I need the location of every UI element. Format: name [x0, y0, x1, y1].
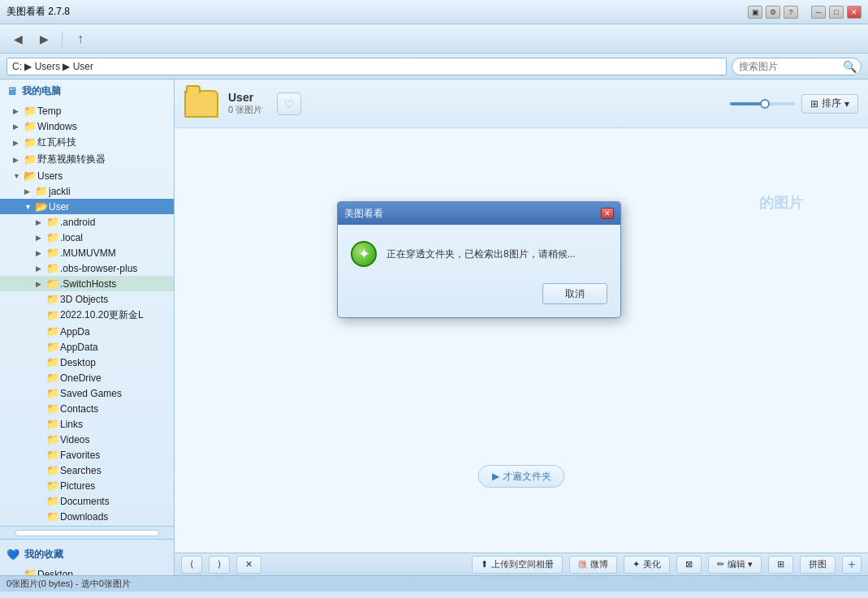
- sidebar-item-label: .local: [60, 232, 83, 243]
- sidebar-item-3dobjects[interactable]: 📁 3D Objects: [0, 291, 174, 307]
- sidebar-item-documents[interactable]: 📁 Documents: [0, 493, 174, 509]
- sidebar-item-users[interactable]: ▼ 📂 Users: [0, 168, 174, 183]
- sidebar-item-android[interactable]: ▶ 📁 .android: [0, 214, 174, 230]
- sidebar-item-appda[interactable]: 📁 AppDa: [0, 324, 174, 339]
- arrow-icon: ▶: [13, 156, 23, 164]
- sidebar-item-savedgames[interactable]: 📁 Saved Games: [0, 385, 174, 401]
- toolbar-separator-1: [62, 31, 63, 47]
- back-button[interactable]: ◀: [6, 28, 29, 49]
- folder-icon: 📁: [45, 510, 60, 523]
- tray-button[interactable]: ▣: [748, 6, 762, 19]
- sidebar: 🖥 我的电脑 ▶ 📁 Temp ▶ 📁 Windows ▶ 📁 红瓦科技 ▶: [0, 80, 175, 575]
- arrow-icon: ▶: [36, 265, 45, 273]
- folder-icon: 📁: [45, 356, 60, 368]
- sidebar-item-update[interactable]: 📁 2022.10.20更新金L: [0, 307, 174, 324]
- sidebar-item-label: Temp: [37, 105, 61, 117]
- folder-icon: 📁: [45, 231, 60, 243]
- sidebar-item-label: 红瓦科技: [37, 136, 76, 149]
- status-bar: 0张图片(0 bytes) - 选中0张图片: [0, 575, 868, 592]
- sidebar-item-label: .MUMUVMM: [60, 247, 116, 259]
- my-favorites-header[interactable]: 💙 我的收藏: [0, 543, 174, 566]
- folder-icon: 📁: [45, 433, 60, 445]
- folder-icon: 📁: [45, 293, 60, 305]
- folder-icon: 📁: [23, 105, 37, 117]
- sidebar-item-contacts[interactable]: 📁 Contacts: [0, 401, 174, 416]
- sidebar-item-label: Documents: [60, 496, 110, 507]
- sidebar-item-label: AppDa: [60, 326, 90, 338]
- sidebar-item-label: AppData: [60, 342, 98, 353]
- sidebar-item-mumuvmm[interactable]: ▶ 📁 .MUMUVMM: [0, 245, 174, 260]
- sidebar-item-label: User: [49, 201, 69, 213]
- title-bar: 美图看看 2.7.8 ▣ ⚙ ? ─ □ ✕: [0, 0, 868, 24]
- sidebar-item-videos[interactable]: 📁 Videos: [0, 432, 174, 447]
- search-button[interactable]: 🔍: [843, 60, 857, 73]
- folder-icon: 📁: [45, 262, 60, 274]
- sidebar-item-label: Saved Games: [60, 388, 122, 399]
- sidebar-scroll[interactable]: ▶ 📁 Temp ▶ 📁 Windows ▶ 📁 红瓦科技 ▶ 📁 野葱视频转换…: [0, 103, 174, 526]
- folder-icon: 📁: [45, 495, 60, 507]
- address-input[interactable]: [6, 58, 727, 75]
- folder-icon: 📁: [45, 325, 60, 338]
- sidebar-item-favorites[interactable]: 📁 Favorites: [0, 447, 174, 462]
- sidebar-item-label: Windows: [37, 121, 77, 132]
- sidebar-item-switchhosts[interactable]: ▶ 📁 .SwitchHosts: [0, 276, 174, 291]
- folder-icon: 📁: [45, 277, 60, 290]
- settings-button[interactable]: ⚙: [766, 6, 780, 19]
- modal-overlay: 美图看看 ✕ ✦ 正在穿透文件夹，已检索出8图片，请稍候... 取消: [175, 80, 868, 575]
- folder-icon: 📁: [45, 418, 60, 430]
- sidebar-item-desktop[interactable]: 📁 Desktop: [0, 355, 174, 370]
- sidebar-item-windows[interactable]: ▶ 📁 Windows: [0, 118, 174, 134]
- sidebar-item-label: Downloads: [60, 511, 108, 523]
- sidebar-item-pictures[interactable]: 📁 Pictures: [0, 478, 174, 493]
- sidebar-item-desktop-fav[interactable]: 📁 Desktop: [0, 566, 174, 575]
- folder-icon: 📁: [45, 216, 60, 228]
- minimize-button[interactable]: ─: [811, 6, 826, 19]
- close-button[interactable]: ✕: [847, 6, 862, 19]
- folder-icon: 📁: [23, 568, 37, 575]
- modal-progress-icon: ✦: [351, 241, 377, 267]
- sidebar-item-jackli[interactable]: ▶ 📁 jackli: [0, 183, 174, 199]
- arrow-icon: ▶: [13, 107, 23, 115]
- folder-icon: 📂: [23, 170, 37, 182]
- main-layout: 🖥 我的电脑 ▶ 📁 Temp ▶ 📁 Windows ▶ 📁 红瓦科技 ▶: [0, 80, 868, 575]
- folder-icon: 📁: [45, 480, 60, 492]
- sidebar-item-label: Videos: [60, 434, 89, 445]
- forward-button[interactable]: ▶: [32, 28, 55, 49]
- sidebar-item-ycvideo[interactable]: ▶ 📁 野葱视频转换器: [0, 151, 174, 168]
- toolbar: ◀ ▶ ↑: [0, 24, 868, 54]
- sidebar-item-searches[interactable]: 📁 Searches: [0, 462, 174, 478]
- sidebar-item-label: Desktop: [37, 569, 73, 576]
- sidebar-item-label: jackli: [49, 186, 71, 197]
- my-pc-header[interactable]: 🖥 我的电脑: [0, 80, 174, 103]
- sidebar-item-hongwa[interactable]: ▶ 📁 红瓦科技: [0, 134, 174, 151]
- folder-icon: 📁: [45, 247, 60, 259]
- arrow-icon: ▶: [13, 123, 23, 131]
- sidebar-item-temp[interactable]: ▶ 📁 Temp: [0, 103, 174, 118]
- folder-icon: 📂: [34, 200, 49, 213]
- sidebar-item-onedrive[interactable]: 📁 OneDrive: [0, 370, 174, 385]
- app-title: 美图看看 2.7.8: [6, 5, 70, 19]
- title-controls: ▣ ⚙ ? ─ □ ✕: [748, 6, 862, 19]
- sidebar-item-local[interactable]: ▶ 📁 .local: [0, 230, 174, 245]
- arrow-icon: ▶: [36, 218, 45, 226]
- sidebar-item-label: Contacts: [60, 403, 98, 415]
- sidebar-item-label: Searches: [60, 465, 101, 476]
- help-button[interactable]: ?: [784, 6, 798, 19]
- address-bar: 🔍: [0, 54, 868, 80]
- folder-icon: 📁: [45, 341, 60, 353]
- folder-icon: 📁: [45, 402, 60, 415]
- arrow-icon: ▼: [13, 172, 23, 180]
- sidebar-item-obs[interactable]: ▶ 📁 .obs-browser-plus: [0, 260, 174, 276]
- sidebar-item-appdata[interactable]: 📁 AppData: [0, 339, 174, 355]
- sidebar-item-links[interactable]: 📁 Links: [0, 416, 174, 432]
- my-favorites-section: 💙 我的收藏 📁 Desktop: [0, 539, 174, 575]
- sidebar-item-label: Desktop: [60, 357, 96, 368]
- sidebar-item-label: Links: [60, 419, 83, 430]
- modal-close-button[interactable]: ✕: [601, 208, 614, 219]
- search-input[interactable]: [732, 58, 862, 75]
- sidebar-item-downloads[interactable]: 📁 Downloads: [0, 509, 174, 524]
- modal-cancel-button[interactable]: 取消: [542, 283, 607, 304]
- sidebar-item-user[interactable]: ▼ 📂 User: [0, 199, 174, 214]
- restore-button[interactable]: □: [829, 6, 844, 19]
- up-button[interactable]: ↑: [69, 28, 92, 49]
